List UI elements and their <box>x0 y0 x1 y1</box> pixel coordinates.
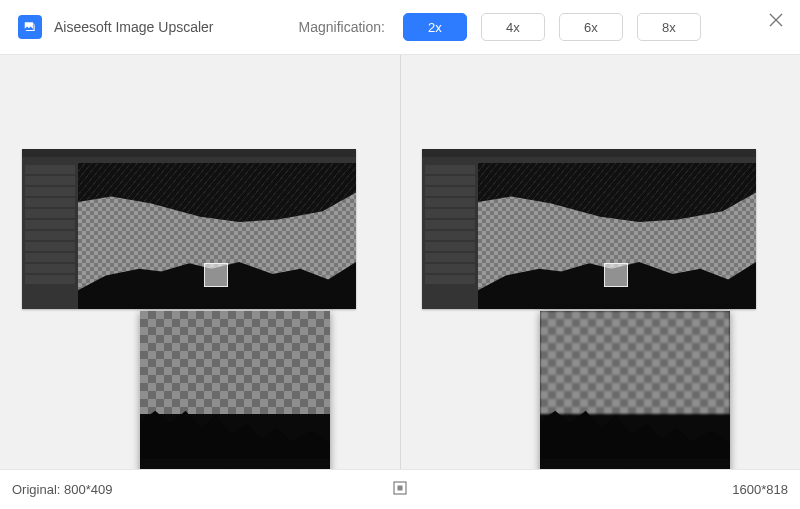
app-title: Aiseesoft Image Upscaler <box>54 19 214 35</box>
close-icon <box>768 12 784 28</box>
header: Aiseesoft Image Upscaler Magnification: … <box>0 0 800 54</box>
compare-button[interactable] <box>392 480 408 500</box>
output-dimensions: 1600*818 <box>732 482 800 497</box>
magnification-6x-button[interactable]: 6x <box>559 13 623 41</box>
zoom-selection[interactable] <box>204 263 228 287</box>
magnification-8x-button[interactable]: 8x <box>637 13 701 41</box>
original-dimensions: Original: 800*409 <box>0 482 112 497</box>
magnification-label: Magnification: <box>299 19 385 35</box>
magnification-group: 2x 4x 6x 8x <box>403 13 701 41</box>
svg-rect-1 <box>398 485 403 490</box>
workspace <box>0 54 800 469</box>
upscaled-image[interactable] <box>422 149 756 309</box>
magnification-2x-button[interactable]: 2x <box>403 13 467 41</box>
original-image[interactable] <box>22 149 356 309</box>
compare-icon <box>392 480 408 496</box>
magnification-4x-button[interactable]: 4x <box>481 13 545 41</box>
upscale-icon <box>23 20 37 34</box>
footer: Original: 800*409 1600*818 <box>0 469 800 509</box>
original-pane <box>0 55 400 469</box>
zoom-selection[interactable] <box>604 263 628 287</box>
app-window: { "app": { "title": "Aiseesoft Image Ups… <box>0 0 800 509</box>
close-button[interactable] <box>764 8 788 32</box>
upscaled-pane <box>400 55 800 469</box>
app-logo <box>18 15 42 39</box>
